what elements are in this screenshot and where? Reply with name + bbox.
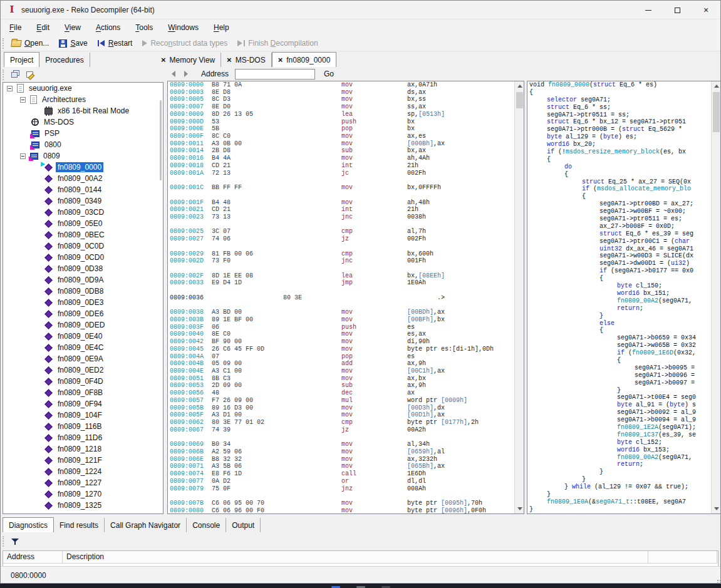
disasm-row[interactable]: 0809:002F8D 1E EE 08leabx,[08EEh] xyxy=(168,272,524,280)
tab-memory-view[interactable]: ×Memory View xyxy=(155,53,221,67)
code-line[interactable]: seg0A71->b0094 = al_9 xyxy=(527,416,720,424)
address-input[interactable] xyxy=(235,69,315,80)
disasm-row[interactable]: 0809:000F8C C0movax,es xyxy=(168,133,524,140)
menu-file[interactable]: File xyxy=(3,21,28,34)
code-line[interactable]: seg0A71->ptr0511 = ss; xyxy=(527,111,720,119)
disasm-row[interactable]: 0809:00058C D3movbx,ss xyxy=(168,96,524,103)
disassembly-view[interactable]: 0809:0000B8 71 0Amovax,0A71h0809:00038E … xyxy=(167,81,524,514)
code-line[interactable]: seg0A71->ptr000B = (struct Eq_5629 * xyxy=(527,126,720,133)
tree-item-fn0809-00a2[interactable]: fn0809_00A2 xyxy=(3,173,163,184)
tree-item-fn0809-0e9a[interactable]: fn0809_0E9A xyxy=(3,353,163,364)
resize-grip[interactable] xyxy=(717,580,718,581)
disasm-row[interactable]: 0809:004B05 09 00addax,9h xyxy=(168,360,524,368)
tree-item-x86-16-bit-real-mode[interactable]: x86 16-bit Real Mode xyxy=(3,105,163,116)
code-line[interactable]: { xyxy=(527,193,720,200)
disasm-row[interactable]: 0809:006280 3E 77 01 02cmpbyte ptr [0177… xyxy=(168,419,524,426)
disasm-row[interactable]: 0809:00078E D0movss,ax xyxy=(168,103,524,111)
tree-item-fn0809-0e4c[interactable]: fn0809_0E4C xyxy=(3,342,163,353)
code-line[interactable]: { xyxy=(527,357,720,364)
disasm-row[interactable]: 0809:0071A3 5B 06mov[065Bh],ax xyxy=(168,463,524,470)
disasm-row[interactable]: 0809:0042BF 90 00movdi,90h xyxy=(168,338,524,346)
code-line[interactable]: uint32 dx_ax_46 = seg0A71 xyxy=(527,245,720,253)
disasm-row[interactable]: 0809:005B89 16 D3 00mov[00D3h],dx xyxy=(168,405,524,412)
code-line[interactable]: seg0A71->b0096 = xyxy=(527,372,720,379)
disasm-row[interactable]: 0809:0021CD 21int21h xyxy=(168,206,524,214)
code-line[interactable]: seg0A71->t00E4 = seg0 xyxy=(527,394,720,401)
close-icon[interactable]: × xyxy=(278,56,283,64)
code-line[interactable]: seg0A71->ptr00C1 = (char xyxy=(527,238,720,245)
collapse-windows-button[interactable] xyxy=(8,68,21,81)
scroll-down-icon[interactable] xyxy=(515,504,524,513)
code-line[interactable]: return; xyxy=(527,461,720,468)
code-line[interactable]: byte al_91 = (byte) s xyxy=(527,401,720,409)
code-line[interactable]: seg0A71->ptr0511 = es; xyxy=(527,215,720,223)
tree-item-fn0809-0f94[interactable]: fn0809_0F94 xyxy=(3,398,163,410)
code-line[interactable]: struct Eq_6 * es_39 = seg xyxy=(527,230,720,238)
disasm-row[interactable]: 0809:002981 FB 00 06cmpbx,600h xyxy=(168,250,524,258)
toolbar-restart-button[interactable]: Restart xyxy=(94,37,137,49)
tree-item-0809[interactable]: 0809 xyxy=(3,150,163,162)
disasm-row[interactable]: 0809:0000B8 71 0Amovax,0A71h xyxy=(168,81,524,89)
go-button[interactable]: Go xyxy=(324,70,334,78)
code-line[interactable]: else xyxy=(527,320,720,328)
disasm-row[interactable]: 0809:005FA3 D1 00mov[00D1h],ax xyxy=(168,411,524,419)
disasm-row[interactable]: 0809:0018CD 21int21h xyxy=(168,162,524,170)
menu-windows[interactable]: Windows xyxy=(162,21,205,34)
code-line[interactable]: seg0A71->ptr00BD = ax_27; xyxy=(527,200,720,208)
code-line[interactable]: seg0A71->w00BF = ~0x00; xyxy=(527,208,720,215)
scroll-down-icon[interactable] xyxy=(712,504,721,513)
code-line[interactable]: { xyxy=(527,275,720,282)
disasm-row[interactable]: 0809:0069B0 34moval,34h xyxy=(168,441,524,448)
decompiled-code-view[interactable]: void fn0809_0000(struct Eq_6 * es){selec… xyxy=(527,81,721,514)
menu-edit[interactable]: Edit xyxy=(30,21,56,34)
code-line[interactable]: } xyxy=(527,476,720,483)
tree-item-fn0809-0000[interactable]: fn0809_0000 xyxy=(3,162,163,173)
close-icon[interactable]: × xyxy=(227,56,232,64)
close-icon[interactable]: × xyxy=(161,56,166,64)
disasm-row[interactable]: 0809:003B89 1E BF 00mov[00BFh],bx xyxy=(168,316,524,324)
scroll-up-icon[interactable] xyxy=(712,81,721,91)
tree-item-fn0809-0cd0[interactable]: fn0809_0CD0 xyxy=(3,252,163,263)
column-header-address[interactable]: Address xyxy=(3,551,63,564)
tree-item-fn0809-0d38[interactable]: fn0809_0D38 xyxy=(3,263,163,274)
disasm-row[interactable]: 0809:002D73 F0jnc001Fh xyxy=(168,257,524,265)
column-header-spare[interactable] xyxy=(648,551,717,564)
disasm-row[interactable]: 0809:004EA3 C1 00mov[00C1h],ax xyxy=(168,368,524,375)
code-scrollbar[interactable] xyxy=(711,81,720,513)
tab-find-results[interactable]: Find results xyxy=(54,518,105,532)
disasm-row[interactable]: 0809:003F06pushes xyxy=(168,324,524,331)
code-line[interactable]: fn0809_1C37(es_39, se xyxy=(527,431,720,439)
code-line[interactable]: { xyxy=(527,156,720,163)
disasm-row[interactable]: 0809:002774 06jz002Fh xyxy=(168,235,524,243)
collapse-expander-icon[interactable] xyxy=(20,97,26,103)
code-line[interactable]: if (!msdos_resize_memory_block(es, bx xyxy=(527,148,720,156)
tab-console[interactable]: Console xyxy=(187,518,226,532)
tree-item-0800[interactable]: 0800 xyxy=(3,139,163,150)
code-line[interactable]: fn0809_00A2(seg0A71, xyxy=(527,454,720,462)
tab-project[interactable]: Project xyxy=(4,52,39,67)
tree-item-architectures[interactable]: Architectures xyxy=(3,94,163,105)
code-line[interactable]: if (msdos_allocate_memory_blo xyxy=(527,185,720,193)
disasm-row[interactable]: 0809:000D53pushbx xyxy=(168,118,524,126)
disasm-row[interactable]: 0809:006BA2 59 06mov[0659h],al xyxy=(168,448,524,456)
disasm-row[interactable]: 0809:002373 13jnc0038h xyxy=(168,214,524,221)
edit-properties-button[interactable] xyxy=(23,68,36,81)
code-line[interactable]: seg0A71->b0095 = xyxy=(527,364,720,372)
disasm-row[interactable]: 0809:006EB8 32 32movax,3232h xyxy=(168,456,524,463)
tree-item-fn0809-0d9a[interactable]: fn0809_0D9A xyxy=(3,274,163,286)
disasm-row[interactable]: 0809:003680 3E.> xyxy=(168,294,524,302)
scrollbar-thumb[interactable] xyxy=(516,92,523,108)
code-line[interactable]: } xyxy=(527,387,720,395)
tree-item-fn0809-0f8b[interactable]: fn0809_0F8B xyxy=(3,387,163,398)
disasm-row[interactable]: 0809:0038A3 BD 00mov[00BDh],ax xyxy=(168,309,524,316)
menu-actions[interactable]: Actions xyxy=(90,21,127,34)
code-line[interactable]: word16 bx_153; xyxy=(527,446,720,454)
code-line[interactable]: } while (al_129 != 0x07 && true); xyxy=(527,483,720,491)
tree-item-fn0809-0bec[interactable]: fn0809_0BEC xyxy=(3,229,163,240)
column-header-description[interactable]: Description xyxy=(63,551,648,564)
disasm-row[interactable]: 0809:00253C 07cmpal,7h xyxy=(168,228,524,235)
tree-item-fn0809-0e40[interactable]: fn0809_0E40 xyxy=(3,331,163,342)
tree-item-fn0809-104f[interactable]: fn0809_104F xyxy=(3,410,163,421)
code-line[interactable]: struct Eq_6 * ss; xyxy=(527,104,720,111)
code-line[interactable]: seg0A71->w00D3 = SLICE(dx xyxy=(527,252,720,260)
